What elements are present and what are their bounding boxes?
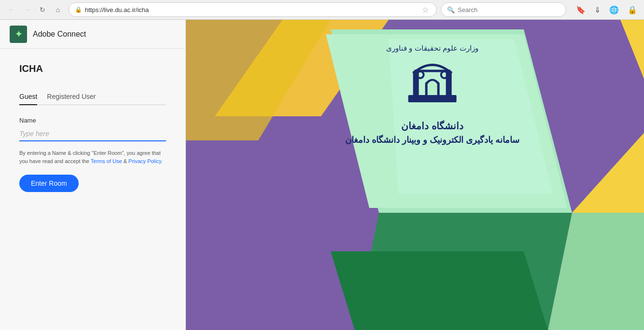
app-title: Adobe Connect [33, 30, 86, 39]
search-input[interactable] [458, 6, 560, 14]
terms-of-use-link[interactable]: Terms of Use [91, 158, 122, 164]
tab-guest[interactable]: Guest [19, 89, 37, 105]
download-button[interactable]: ⇓ [592, 4, 602, 15]
university-text-subtitle: سامانه یادگیری الکترونیک و وبینار دانشگا… [345, 135, 519, 145]
left-panel: ✦ Adobe Connect ICHA Guest Registered Us… [0, 20, 186, 330]
home-button[interactable]: ⌂ [51, 3, 65, 16]
search-container: 🔍 [441, 2, 566, 17]
right-panel: وزارت علوم تحقیقات و فناوری [186, 20, 644, 330]
name-input[interactable] [19, 127, 166, 141]
svg-marker-8 [331, 251, 548, 330]
pocket-button[interactable]: 🔖 [574, 4, 588, 15]
university-text-top: وزارت علوم تحقیقات و فناوری [345, 44, 519, 53]
svg-rect-15 [446, 71, 452, 97]
address-bar[interactable] [85, 6, 417, 14]
app-logo-icon: ✦ [10, 26, 27, 43]
toolbar-actions: 🔖 ⇓ 🌐 🔒 [574, 4, 639, 15]
tab-registered-user[interactable]: Registered User [47, 89, 96, 105]
refresh-button[interactable]: ↻ [36, 3, 49, 16]
enter-room-button[interactable]: Enter Room [19, 175, 79, 192]
browser-toolbar: ← → ↻ ⌂ 🔒 ☆ 🔍 🔖 ⇓ 🌐 🔒 [0, 0, 644, 19]
name-field-group: Name [19, 117, 166, 141]
tab-container: Guest Registered User [19, 89, 166, 105]
room-name: ICHA [19, 63, 166, 74]
globe-button[interactable]: 🌐 [607, 4, 621, 15]
security-icon: 🔒 [75, 6, 82, 13]
browser-chrome: ← → ↻ ⌂ 🔒 ☆ 🔍 🔖 ⇓ 🌐 🔒 [0, 0, 644, 20]
terms-text: By entering a Name & clicking "Enter Roo… [19, 149, 166, 165]
name-label: Name [19, 117, 166, 124]
university-text-name: دانشگاه دامغان [345, 120, 519, 132]
bookmark-button[interactable]: ☆ [420, 5, 431, 14]
svg-rect-14 [413, 71, 419, 97]
page-content: ✦ Adobe Connect ICHA Guest Registered Us… [0, 20, 644, 330]
nav-buttons: ← → ↻ ⌂ [5, 3, 65, 16]
university-overlay: وزارت علوم تحقیقات و فناوری [345, 44, 519, 145]
address-bar-container: 🔒 ☆ [69, 2, 437, 17]
geometric-background: وزارت علوم تحقیقات و فناوری [186, 20, 644, 330]
university-logo [404, 56, 462, 114]
logo-symbol: ✦ [15, 29, 22, 40]
app-header: ✦ Adobe Connect [0, 20, 185, 49]
forward-button[interactable]: → [20, 3, 34, 16]
login-area: ICHA Guest Registered User Name By enter… [0, 49, 185, 330]
back-button[interactable]: ← [5, 3, 18, 16]
privacy-policy-link[interactable]: Privacy Policy [128, 158, 161, 164]
profile-button[interactable]: 🔒 [626, 4, 639, 15]
search-icon: 🔍 [447, 6, 455, 14]
